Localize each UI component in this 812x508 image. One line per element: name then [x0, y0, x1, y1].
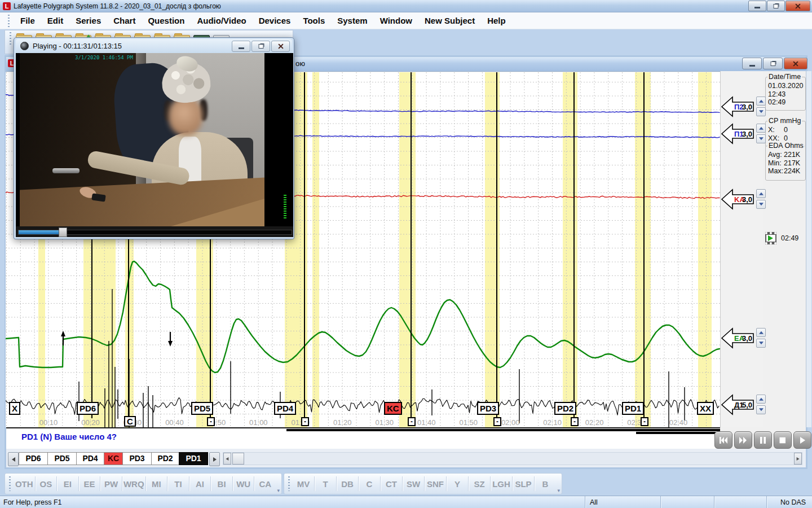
question-marker-pd3[interactable]: PD3	[477, 402, 499, 415]
minimize-button[interactable]	[748, 1, 766, 11]
toolbar-overflow-chevron[interactable]: ▾	[557, 488, 560, 493]
menu-file[interactable]: File	[14, 16, 41, 25]
video-close-button[interactable]	[271, 41, 290, 52]
menu-devices[interactable]: Devices	[253, 16, 297, 25]
gain-up-ka[interactable]	[756, 189, 766, 198]
datetime-label: Date/Time	[767, 73, 802, 81]
tab-scrollbar-track[interactable]	[223, 452, 802, 465]
gain-down-п2[interactable]	[756, 107, 766, 116]
film-clip-icon[interactable]	[765, 232, 776, 244]
pause-button[interactable]	[754, 431, 772, 449]
tab-scrollbar-thumb[interactable]	[232, 453, 244, 465]
tab-scrollbar-right-arrow[interactable]	[794, 453, 802, 465]
restore-button[interactable]	[767, 1, 785, 11]
tab-pd5[interactable]: PD5	[47, 452, 77, 465]
label-t-button[interactable]: T	[315, 479, 336, 489]
menu-system[interactable]: System	[331, 16, 373, 25]
tab-pd1[interactable]: PD1	[179, 452, 208, 465]
tab-scroll-right[interactable]	[209, 452, 220, 466]
label-ai-button[interactable]: AI	[189, 479, 211, 489]
time-tick-01:10: 01:10	[288, 418, 314, 427]
label-ct-button[interactable]: CT	[381, 479, 402, 489]
label-ee-button[interactable]: EE	[79, 479, 100, 489]
gain-up-п2[interactable]	[756, 97, 766, 106]
label-pw-button[interactable]: PW	[100, 479, 122, 489]
tab-pd6[interactable]: PD6	[19, 452, 48, 465]
seek-handle[interactable]	[59, 227, 67, 237]
label-sz-button[interactable]: SZ	[469, 479, 490, 489]
menu-new-subject[interactable]: New Subject	[418, 16, 481, 25]
stop-button[interactable]	[774, 431, 792, 449]
question-marker-pd6[interactable]: PD6	[77, 402, 99, 415]
tab-pd2[interactable]: PD2	[151, 452, 179, 465]
label-mi-button[interactable]: MI	[146, 479, 167, 489]
label-db-button[interactable]: DB	[337, 479, 358, 489]
question-marker-x[interactable]: X	[9, 402, 20, 415]
tab-scroll-left[interactable]	[8, 452, 19, 466]
channel-arrow-ea[interactable]: EA3,0	[721, 327, 755, 349]
fast-forward-button[interactable]	[734, 431, 752, 449]
menu-audio-video[interactable]: Audio/Video	[191, 16, 252, 25]
question-marker-xx[interactable]: XX	[697, 402, 714, 415]
toolbar-overflow-chevron[interactable]: ▾	[277, 488, 280, 493]
question-marker-pd1[interactable]: PD1	[622, 402, 644, 415]
question-marker-pd4[interactable]: PD4	[274, 402, 296, 415]
close-button[interactable]	[785, 1, 810, 11]
question-marker-pd5[interactable]: PD5	[191, 402, 213, 415]
gain-down-п1[interactable]	[756, 134, 766, 143]
label-ei-button[interactable]: EI	[57, 479, 78, 489]
label-y-button[interactable]: Y	[447, 479, 468, 489]
gain-down-ka[interactable]	[756, 200, 766, 209]
chart-minimize-button[interactable]	[742, 58, 762, 69]
label-ca-button[interactable]: CA	[254, 479, 276, 489]
video-restore-button[interactable]	[251, 41, 270, 52]
label-snf-button[interactable]: SNF	[425, 479, 446, 489]
label-oth-button[interactable]: OTH	[14, 479, 35, 489]
chart-restore-button[interactable]	[763, 58, 783, 69]
question-marker-kc[interactable]: KC	[384, 402, 402, 415]
video-seek-bar[interactable]	[16, 226, 293, 237]
gain-up-д1[interactable]	[756, 395, 766, 404]
question-marker-pd2[interactable]: PD2	[554, 402, 576, 415]
label-bi-button[interactable]: BI	[211, 479, 232, 489]
tab-scrollbar-left-arrow[interactable]	[223, 453, 231, 465]
label-b-button[interactable]: B	[535, 479, 556, 489]
label-wrq-button[interactable]: WRQ	[122, 479, 145, 489]
label-lgh-button[interactable]: LGH	[491, 479, 512, 489]
question-marker-c[interactable]: C	[124, 416, 136, 427]
play-button[interactable]	[793, 431, 811, 449]
skip-start-button[interactable]	[714, 431, 732, 449]
channel-arrow-п2[interactable]: П23,0	[721, 95, 755, 118]
label-sw-button[interactable]: SW	[403, 479, 424, 489]
gain-down-д1[interactable]	[756, 405, 766, 414]
gain-up-п1[interactable]	[756, 124, 766, 133]
channel-arrow-д1[interactable]: Д15,0	[721, 393, 755, 416]
label-slp-button[interactable]: SLP	[513, 479, 534, 489]
vertical-scrollbar[interactable]	[806, 71, 811, 427]
label-c-button[interactable]: C	[359, 479, 380, 489]
video-minimize-button[interactable]	[232, 41, 250, 52]
menu-question[interactable]: Question	[142, 16, 191, 25]
menu-tools[interactable]: Tools	[297, 16, 331, 25]
video-title-bar[interactable]: Playing - 00:11:31/01:13:15	[16, 39, 292, 53]
menu-series[interactable]: Series	[69, 16, 107, 25]
menu-edit[interactable]: Edit	[41, 16, 69, 25]
status-spacer-2	[714, 496, 766, 508]
menu-chart[interactable]: Chart	[107, 16, 142, 25]
channel-arrow-ka[interactable]: KA3,0	[721, 188, 755, 211]
label-os-button[interactable]: OS	[36, 479, 57, 489]
chart-close-button[interactable]	[784, 58, 807, 69]
tab-kc[interactable]: KC	[104, 452, 123, 465]
menu-help[interactable]: Help	[481, 16, 512, 25]
menu-window[interactable]: Window	[374, 16, 418, 25]
label-wu-button[interactable]: WU	[233, 479, 254, 489]
question-bar: PD1 (N) Ваше число 4?	[6, 427, 720, 450]
label-mv-button[interactable]: MV	[293, 479, 314, 489]
channel-arrow-п1[interactable]: П13,0	[721, 122, 755, 145]
tab-pd3[interactable]: PD3	[122, 452, 152, 465]
tab-pd4[interactable]: PD4	[76, 452, 104, 465]
gain-up-ea[interactable]	[756, 328, 766, 337]
seek-progress	[19, 230, 60, 234]
label-ti-button[interactable]: TI	[167, 479, 189, 489]
gain-down-ea[interactable]	[756, 339, 766, 348]
